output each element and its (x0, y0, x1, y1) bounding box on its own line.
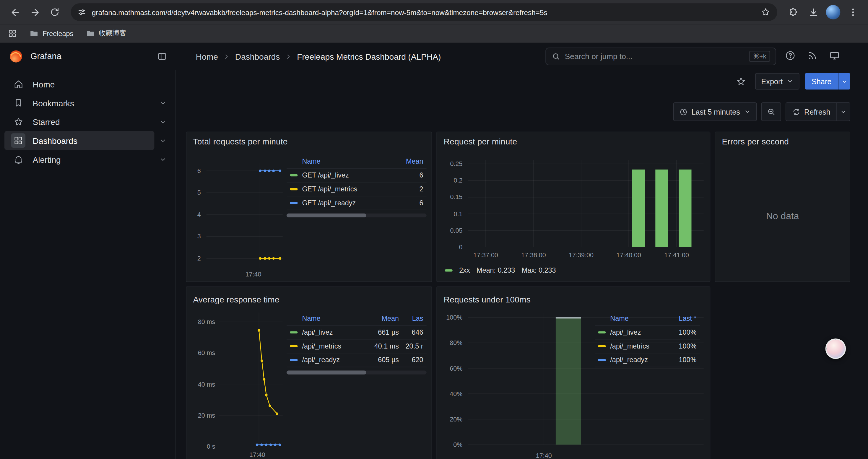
sidebar-item-dashboards[interactable]: Dashboards (4, 131, 154, 150)
time-range-picker[interactable]: Last 5 minutes (673, 102, 756, 121)
extensions-button[interactable] (784, 3, 803, 22)
series-name[interactable]: GET /api/_livez (302, 171, 398, 179)
rss-icon (807, 50, 818, 61)
sidebar-item-home[interactable]: Home (4, 75, 171, 94)
bar-chart[interactable] (468, 160, 704, 247)
legend-row: /api/_metrics 40.1 ms 20.5 r (286, 340, 427, 354)
scrollbar-thumb[interactable] (286, 214, 366, 218)
series-color-chip (598, 331, 606, 333)
bookmark-star-icon[interactable] (761, 7, 771, 17)
series-name[interactable]: /api/_livez (610, 328, 668, 336)
kiosk-mode-button[interactable] (829, 50, 840, 63)
series-name[interactable]: /api/_readyz (610, 356, 668, 364)
series-color-chip (290, 188, 298, 190)
panel-title[interactable]: Total requests per minute (193, 137, 288, 146)
sidebar-item-alerting[interactable]: Alerting (4, 150, 154, 169)
legend-col-name[interactable]: Name (302, 315, 365, 322)
expand-dashboards-button[interactable] (154, 132, 171, 149)
help-button[interactable] (785, 50, 796, 63)
back-button[interactable] (6, 3, 25, 22)
series-name[interactable]: /api/_metrics (302, 342, 365, 350)
legend-col-mean[interactable]: Mean (365, 315, 399, 322)
site-settings-icon[interactable] (78, 8, 86, 17)
zoom-out-time-button[interactable] (761, 102, 781, 121)
panel-title[interactable]: Requests under 100ms (444, 295, 531, 304)
floating-avatar-widget[interactable] (826, 338, 846, 359)
y-axis-tick: 3 (197, 233, 201, 239)
series-name[interactable]: GET /api/_metrics (302, 185, 398, 193)
url-text[interactable]: grafana.mathmast.com/d/deytv4rwavabkb/fr… (92, 8, 755, 16)
downloads-button[interactable] (804, 3, 823, 22)
sidebar-item-bookmarks[interactable]: Bookmarks (4, 93, 154, 112)
chevron-down-icon (841, 78, 848, 85)
breadcrumb-dashboards[interactable]: Dashboards (235, 52, 280, 61)
breadcrumb-current[interactable]: Freeleaps Metrics Dashboard (ALPHA) (297, 52, 441, 61)
share-button[interactable]: Share (805, 73, 838, 90)
folder-icon (85, 29, 95, 38)
refresh-button[interactable]: Refresh (786, 103, 836, 121)
y-axis-tick: 0.2 (454, 177, 462, 184)
legend-col-mean[interactable]: Mean (398, 157, 423, 165)
series-name[interactable]: GET /api/_readyz (302, 199, 398, 207)
browser-menu-button[interactable] (844, 3, 863, 22)
legend-row: GET /api/_readyz 6 (286, 196, 427, 210)
search-bar[interactable]: ⌘+k (546, 47, 776, 65)
news-button[interactable] (807, 50, 818, 63)
panel-grid: Total requests per minute 6 5 4 3 2 17:4… (186, 132, 850, 459)
apps-grid-icon[interactable] (8, 29, 17, 38)
export-button[interactable]: Export (755, 73, 800, 90)
y-axis-tick: 0.15 (450, 193, 462, 200)
sidebar-item-starred[interactable]: Starred (4, 112, 154, 131)
line-chart[interactable] (206, 163, 282, 268)
expand-starred-button[interactable] (154, 113, 171, 130)
sidebar-row-dashboards: Dashboards (4, 131, 171, 150)
refresh-interval-button[interactable] (836, 103, 850, 121)
legend-col-name[interactable]: Name (610, 315, 668, 322)
series-color-chip (290, 345, 298, 347)
legend-row: GET /api/_metrics 2 (286, 183, 427, 196)
expand-bookmarks-button[interactable] (154, 95, 171, 111)
legend-col-name[interactable]: Name (302, 157, 398, 165)
legend-col-last[interactable]: Last * (668, 315, 696, 322)
scrollbar-thumb[interactable] (286, 371, 366, 374)
refresh-label: Refresh (804, 107, 831, 116)
share-menu-button[interactable] (838, 73, 850, 90)
breadcrumb-home[interactable]: Home (196, 52, 218, 61)
grafana-logo[interactable] (9, 49, 23, 64)
series-name[interactable]: 2xx (459, 267, 470, 274)
expand-alerting-button[interactable] (154, 151, 171, 167)
series-mean: Mean: 0.233 (476, 267, 515, 274)
series-name[interactable]: /api/_livez (302, 328, 365, 336)
chevron-down-icon (744, 108, 750, 115)
kebab-menu-icon (848, 7, 858, 17)
x-axis-tick: 17:40 (246, 271, 261, 277)
x-axis-tick: 17:41:00 (664, 252, 689, 258)
chevron-down-icon (787, 78, 793, 85)
line-chart[interactable] (219, 313, 283, 446)
series-name[interactable]: /api/_readyz (302, 356, 365, 364)
series-name[interactable]: /api/_metrics (610, 342, 668, 350)
panel-title[interactable]: Errors per second (722, 137, 789, 146)
reload-button[interactable] (45, 3, 64, 22)
series-last-value: 20.5 r (399, 342, 423, 350)
bookmark-folder-blogs[interactable]: 收藏博客 (85, 29, 126, 38)
brand-name: Grafana (30, 52, 61, 61)
profile-button[interactable] (824, 3, 843, 22)
url-bar[interactable]: grafana.mathmast.com/d/deytv4rwavabkb/fr… (71, 3, 777, 21)
forward-button[interactable] (25, 3, 44, 22)
y-axis-tick: 0.1 (454, 210, 462, 217)
y-axis-tick: 100% (446, 314, 462, 321)
legend-scrollbar[interactable] (286, 214, 427, 218)
bookmark-folder-freeleaps[interactable]: Freeleaps (29, 29, 73, 38)
legend-row: GET /api/_livez 6 (286, 169, 427, 183)
sidebar-toggle-button[interactable] (157, 52, 167, 61)
panel-title[interactable]: Average response time (193, 295, 279, 304)
search-input[interactable] (565, 52, 745, 61)
series-color-chip (290, 202, 298, 204)
sidebar-row-alerting: Alerting (4, 150, 171, 169)
legend-col-last[interactable]: Las (399, 315, 423, 322)
favorite-dashboard-button[interactable] (733, 73, 749, 90)
sidebar-item-label: Home (32, 79, 55, 89)
legend-scrollbar[interactable] (286, 371, 427, 374)
panel-title[interactable]: Request per minute (444, 137, 517, 146)
